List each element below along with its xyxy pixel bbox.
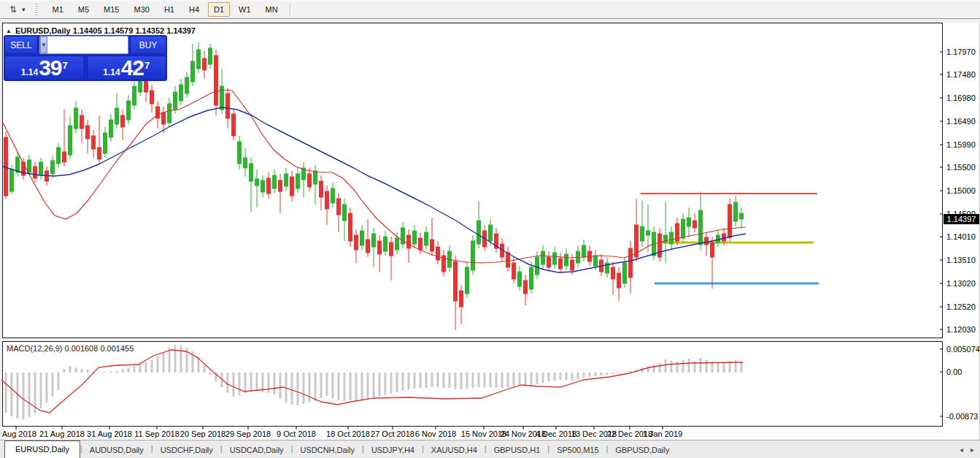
volume-input[interactable] xyxy=(47,37,128,53)
current-price-badge: 1.14397 xyxy=(944,214,979,224)
tab-scroll-right-icon[interactable]: ▸ xyxy=(971,446,974,454)
chart-tab-xauusd-h4[interactable]: XAUUSD,H4 xyxy=(424,443,485,458)
price-axis-label: 1.17970 xyxy=(946,47,976,56)
buy-price-box[interactable]: 1.14427 xyxy=(87,56,167,80)
one-click-trading-panel: SELL ▼ ▲ BUY 1.14397 1.14427 xyxy=(4,35,167,81)
macd-indicator-pane[interactable] xyxy=(2,341,943,427)
price-axis-label: 1.12030 xyxy=(946,325,976,334)
timeframe-button-h4[interactable]: H4 xyxy=(183,2,205,17)
buy-price-pips: 42 xyxy=(121,57,144,79)
sell-price-point: 7 xyxy=(63,60,68,71)
toolbar-grip-handle[interactable] xyxy=(34,4,38,15)
toolbar-separator xyxy=(290,3,290,16)
timeframe-button-m15[interactable]: M15 xyxy=(98,2,125,17)
timeframe-button-h1[interactable]: H1 xyxy=(158,2,180,17)
price-axis-label: 1.13510 xyxy=(946,256,976,264)
price-axis-label: 1.13020 xyxy=(946,279,976,288)
chart-tab-eurusd-daily[interactable]: EURUSD,Daily xyxy=(4,440,80,458)
mt4-window: ⇅ ▾ M1M5M15M30H1H4D1W1MN ▲ EURUSD,Daily … xyxy=(0,0,980,458)
chart-tab-gbpusd-h1[interactable]: GBPUSD,H1 xyxy=(487,443,548,458)
buy-price-prefix: 1.14 xyxy=(103,67,120,77)
timeframe-buttons: M1M5M15M30H1H4D1W1MN xyxy=(45,2,285,17)
chart-tab-usdjpy-h4[interactable]: USDJPY,H4 xyxy=(364,443,422,458)
chart-tab-sp500-m15[interactable]: SP500,M15 xyxy=(549,443,606,458)
chart-tab-usdchf-daily[interactable]: USDCHF,Daily xyxy=(153,443,220,458)
chart-tab-usdcnh-daily[interactable]: USDCNH,Daily xyxy=(293,443,362,458)
chart-title: ▲ EURUSD,Daily 1.14405 1.14579 1.14352 1… xyxy=(6,26,196,35)
price-axis-column xyxy=(943,23,980,440)
volume-stepper: ▼ ▲ xyxy=(39,36,128,54)
sell-button[interactable]: SELL xyxy=(4,36,38,54)
price-axis-label: 1.14010 xyxy=(946,232,976,241)
tab-scroll-arrows: ◂ ▸ xyxy=(960,446,974,454)
price-axis-label: 1.16980 xyxy=(946,93,976,102)
price-axis-label: 1.15990 xyxy=(946,140,976,149)
macd-axis-label: 0.005074 xyxy=(946,345,980,354)
sell-price-prefix: 1.14 xyxy=(21,67,38,77)
timeframe-button-mn[interactable]: MN xyxy=(260,2,284,17)
tab-scroll-left-icon[interactable]: ◂ xyxy=(960,446,963,454)
buy-price-point: 7 xyxy=(144,60,150,71)
timeframe-button-d1[interactable]: D1 xyxy=(208,2,230,17)
timeframe-button-m30[interactable]: M30 xyxy=(128,2,155,17)
macd-axis-label: 0.00 xyxy=(946,367,962,376)
macd-axis-label: -0.00873 xyxy=(946,412,978,421)
timeframe-button-w1[interactable]: W1 xyxy=(233,2,257,17)
buy-button[interactable]: BUY xyxy=(130,36,166,54)
price-axis-label: 1.16490 xyxy=(946,117,976,126)
volume-decrease-button[interactable]: ▼ xyxy=(40,37,47,53)
timeframe-toolbar: ⇅ ▾ M1M5M15M30H1H4D1W1MN xyxy=(0,0,980,19)
price-axis-label: 1.15000 xyxy=(946,186,976,195)
chart-shift-icon[interactable]: ⇅ xyxy=(6,3,20,16)
timeframe-button-m5[interactable]: M5 xyxy=(72,2,95,17)
price-axis-label: 1.15500 xyxy=(946,163,976,172)
chart-tab-usdcad-daily[interactable]: USDCAD,Daily xyxy=(223,443,291,458)
chart-tab-audusd-daily[interactable]: AUDUSD,Daily xyxy=(82,443,151,458)
time-axis-label: 1 Jan 2019 xyxy=(632,430,693,438)
chevron-down-icon[interactable]: ▾ xyxy=(22,6,26,13)
macd-label: MACD(12,26,9) 0.001608 0.001455 xyxy=(7,344,134,353)
chart-tab-gbpusd-daily[interactable]: GBPUSD,Daily xyxy=(608,443,676,458)
price-axis-label: 1.17480 xyxy=(946,70,976,79)
sell-price-pips: 39 xyxy=(39,57,61,79)
collapse-panel-icon[interactable]: ▲ xyxy=(6,28,12,34)
chart-tab-bar: EURUSD,Daily|AUDUSD,Daily|USDCHF,Daily|U… xyxy=(0,440,980,458)
sell-price-box[interactable]: 1.14397 xyxy=(4,56,85,80)
timeframe-button-m1[interactable]: M1 xyxy=(47,2,69,17)
chart-title-text: EURUSD,Daily 1.14405 1.14579 1.14352 1.1… xyxy=(15,26,196,35)
price-axis-label: 1.12520 xyxy=(946,302,976,311)
